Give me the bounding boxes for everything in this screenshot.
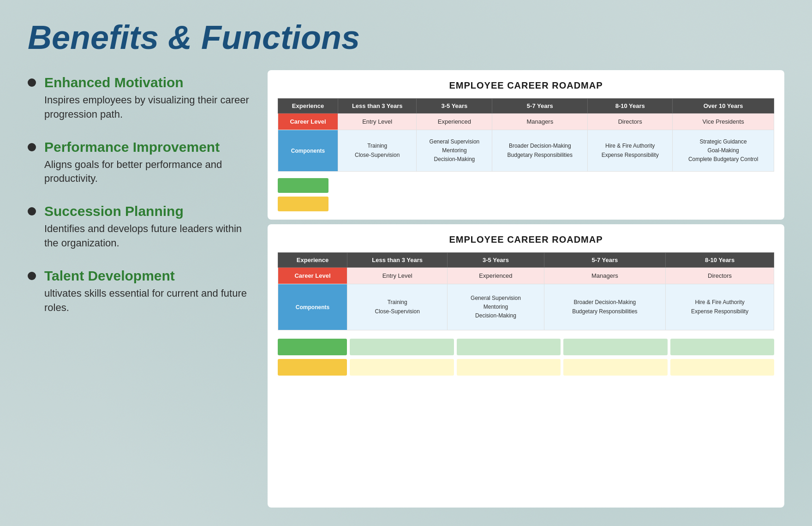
top-comp-lt3: TrainingClose-Supervision (338, 130, 417, 172)
bottom-green-bar-3 (457, 339, 561, 355)
bullet-dot (28, 272, 36, 280)
top-comp-35: General SupervisionMentoringDecision-Mak… (417, 130, 492, 172)
top-career-vp: Vice Presidents (673, 114, 774, 130)
top-card-title: EMPLOYEE CAREER ROADMAP (278, 80, 774, 91)
top-career-row: Career Level Entry Level Experienced Man… (278, 114, 774, 130)
top-career-experienced: Experienced (417, 114, 492, 130)
top-comp-57: Broader Decision-MakingBudgetary Respons… (492, 130, 588, 172)
left-panel: Enhanced Motivation Inspires employees b… (28, 70, 268, 508)
bottom-comp-row: Components TrainingClose-Supervision Gen… (278, 284, 774, 330)
bottom-yellow-bar-4 (563, 359, 668, 376)
bullet-title-talent-development: Talent Development (44, 268, 249, 284)
top-career-directors: Directors (588, 114, 673, 130)
bullet-title-enhanced-motivation: Enhanced Motivation (44, 75, 249, 90)
page: Benefits & Functions Enhanced Motivation… (0, 0, 812, 526)
bottom-green-bar-4 (563, 339, 668, 355)
top-career-label: Career Level (278, 114, 338, 130)
top-comp-810: Hire & Fire AuthorityExpense Responsibil… (588, 130, 673, 172)
bullet-title-succession-planning: Succession Planning (44, 203, 249, 219)
bottom-green-bar-2 (350, 339, 454, 355)
bottom-header-57: 5-7 Years (544, 253, 666, 268)
top-header-lt3: Less than 3 Years (338, 99, 417, 114)
bullet-desc-enhanced-motivation: Inspires employees by visualizing their … (44, 93, 249, 122)
bottom-career-entry: Entry Level (347, 268, 448, 284)
bottom-green-bar-row (278, 339, 774, 355)
bottom-color-bars (278, 339, 774, 376)
bullet-dot (28, 207, 36, 215)
top-header-57: 5-7 Years (492, 99, 588, 114)
bullet-item-enhanced-motivation: Enhanced Motivation Inspires employees b… (28, 75, 249, 122)
bottom-career-managers: Managers (544, 268, 666, 284)
bottom-career-experienced: Experienced (448, 268, 544, 284)
bullet-item-succession-planning: Succession Planning Identifies and devel… (28, 203, 249, 251)
bottom-green-bar-1 (278, 339, 347, 355)
bottom-career-row: Career Level Entry Level Experienced Man… (278, 268, 774, 284)
bottom-header-lt3: Less than 3 Years (347, 253, 448, 268)
bottom-header-810: 8-10 Years (666, 253, 774, 268)
top-comp-10plus: Strategic GuidanceGoal-MakingComplete Bu… (673, 130, 774, 172)
bullet-desc-talent-development: ultivates skills essential for current a… (44, 287, 249, 315)
bottom-header-35: 3-5 Years (448, 253, 544, 268)
cards-container: EMPLOYEE CAREER ROADMAP Experience Less … (268, 70, 784, 508)
bottom-card-title: EMPLOYEE CAREER ROADMAP (278, 234, 774, 245)
page-title: Benefits & Functions (28, 18, 784, 56)
bottom-career-label: Career Level (278, 268, 347, 284)
bottom-card: EMPLOYEE CAREER ROADMAP Experience Less … (268, 224, 784, 508)
bullet-dot (28, 78, 36, 87)
bottom-comp-57: Broader Decision-MakingBudgetary Respons… (544, 284, 666, 330)
top-green-bar-row (278, 178, 774, 193)
bullet-desc-performance-improvement: Aligns goals for better performance and … (44, 158, 249, 186)
bottom-comp-lt3: TrainingClose-Supervision (347, 284, 448, 330)
top-career-entry: Entry Level (338, 114, 417, 130)
bullet-desc-succession-planning: Identifies and develops future leaders w… (44, 222, 249, 251)
bottom-career-directors: Directors (666, 268, 774, 284)
top-yellow-bar-row (278, 197, 774, 211)
bottom-yellow-bar-2 (350, 359, 454, 376)
bottom-comp-810: Hire & Fire AuthorityExpense Responsibil… (666, 284, 774, 330)
bottom-yellow-bar-1 (278, 359, 347, 376)
top-header-experience: Experience (278, 99, 338, 114)
bullet-title-performance-improvement: Performance Improvement (44, 139, 249, 155)
bullet-dot (28, 143, 36, 151)
bottom-yellow-bar-3 (457, 359, 561, 376)
bullet-item-talent-development: Talent Development ultivates skills esse… (28, 268, 249, 315)
top-green-bar (278, 178, 328, 193)
bottom-yellow-bar-row (278, 359, 774, 376)
bottom-yellow-bar-5 (670, 359, 775, 376)
bottom-comp-label: Components (278, 284, 347, 330)
top-yellow-bar (278, 197, 328, 211)
top-career-managers: Managers (492, 114, 588, 130)
top-header-35: 3-5 Years (417, 99, 492, 114)
bullet-item-performance-improvement: Performance Improvement Aligns goals for… (28, 139, 249, 186)
right-panel: EMPLOYEE CAREER ROADMAP Experience Less … (268, 70, 784, 508)
top-comp-label: Components (278, 130, 338, 172)
top-header-10plus: Over 10 Years (673, 99, 774, 114)
top-color-bars (278, 178, 774, 211)
top-comp-row: Components TrainingClose-Supervision Gen… (278, 130, 774, 172)
top-card: EMPLOYEE CAREER ROADMAP Experience Less … (268, 70, 784, 220)
bottom-comp-35: General SupervisionMentoringDecision-Mak… (448, 284, 544, 330)
top-roadmap-table: Experience Less than 3 Years 3-5 Years 5… (278, 98, 774, 172)
content-area: Enhanced Motivation Inspires employees b… (28, 70, 784, 508)
top-header-810: 8-10 Years (588, 99, 673, 114)
bottom-roadmap-table: Experience Less than 3 Years 3-5 Years 5… (278, 252, 774, 330)
bottom-header-experience: Experience (278, 253, 347, 268)
bottom-green-bar-5 (670, 339, 775, 355)
